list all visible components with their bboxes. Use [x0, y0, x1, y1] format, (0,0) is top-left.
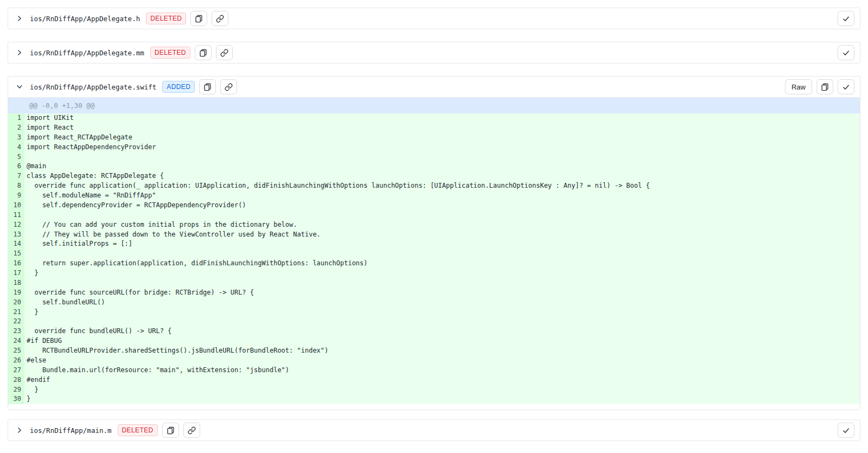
check-icon: [842, 49, 850, 57]
file-header[interactable]: ios/RnDiffApp/AppDelegate.mm DELETED: [8, 42, 860, 63]
line-code: #else: [24, 356, 860, 366]
line-code: #if DEBUG: [24, 336, 860, 346]
file-header[interactable]: ios/RnDiffApp/AppDelegate.swift ADDED Ra…: [8, 76, 860, 97]
diff-line: 20 self.bundleURL(): [8, 298, 860, 308]
line-number: 13: [8, 230, 24, 240]
file-header[interactable]: ios/RnDiffApp/AppDelegate.h DELETED: [8, 8, 860, 29]
line-number: 1: [8, 113, 24, 123]
line-code: override func sourceURL(for bridge: RCTB…: [24, 288, 860, 298]
diff-line: 6@main: [8, 162, 860, 171]
status-badge: DELETED: [146, 12, 186, 24]
hunk-header: @@ -0,0 +1,30 @@: [8, 98, 860, 113]
line-code: import ReactAppDependencyProvider: [24, 143, 860, 152]
copy-file-button[interactable]: [816, 79, 833, 94]
line-number: 19: [8, 288, 24, 298]
diff-line: 15: [8, 249, 860, 259]
line-number: 23: [8, 327, 24, 336]
line-number: 2: [8, 123, 24, 133]
file-path: ios/RnDiffApp/AppDelegate.swift: [30, 83, 156, 91]
line-code: }: [24, 269, 860, 278]
chevron-down-icon[interactable]: [15, 82, 24, 91]
diff-line: 22: [8, 317, 860, 327]
line-code: import React_RCTAppDelegate: [24, 133, 860, 143]
line-code: @main: [24, 162, 860, 171]
line-number: 7: [8, 171, 24, 181]
raw-button[interactable]: Raw: [785, 79, 812, 94]
line-number: 3: [8, 133, 24, 143]
line-number: 12: [8, 220, 24, 230]
copy-icon: [199, 49, 207, 57]
chevron-right-icon[interactable]: [15, 48, 24, 57]
line-number: 18: [8, 278, 24, 288]
link-icon: [220, 49, 228, 57]
line-number: 22: [8, 317, 24, 327]
file-card: ios/RnDiffApp/AppDelegate.mm DELETED: [8, 42, 860, 63]
line-number: 11: [8, 210, 24, 220]
mark-done-button[interactable]: [838, 79, 854, 94]
diff-code: 1import UIKit2import React3import React_…: [8, 113, 860, 410]
line-code: }: [24, 394, 860, 404]
diff-line: 19 override func sourceURL(for bridge: R…: [8, 288, 860, 298]
line-number: 10: [8, 201, 24, 210]
line-number: 20: [8, 298, 24, 308]
line-code: override func application(_ application:…: [24, 181, 860, 191]
diff-line: 26#else: [8, 356, 860, 366]
line-number: 24: [8, 336, 24, 346]
chevron-right-icon[interactable]: [15, 14, 24, 23]
diff-line: 5: [8, 152, 860, 162]
copy-path-button[interactable]: [190, 11, 207, 26]
line-number: 5: [8, 152, 24, 162]
line-code: override func bundleURL() -> URL? {: [24, 327, 860, 336]
diff-line: 4import ReactAppDependencyProvider: [8, 143, 860, 152]
line-number: 14: [8, 239, 24, 249]
file-card: ios/RnDiffApp/main.m DELETED: [8, 419, 860, 441]
line-code: self.moduleName = "RnDiffApp": [24, 191, 860, 201]
line-code: class AppDelegate: RCTAppDelegate {: [24, 171, 860, 181]
copy-icon: [195, 15, 203, 23]
line-code: }: [24, 385, 860, 395]
copy-path-button[interactable]: [162, 423, 179, 438]
link-button[interactable]: [216, 45, 233, 60]
diff-body: @@ -0,0 +1,30 @@ 1import UIKit2import Re…: [8, 97, 860, 410]
check-icon: [842, 426, 850, 435]
link-button[interactable]: [220, 79, 237, 94]
status-badge: DELETED: [150, 47, 190, 59]
diff-line: 3import React_RCTAppDelegate: [8, 133, 860, 143]
line-code: return super.application(application, di…: [24, 259, 860, 269]
diff-line: 16 return super.application(application,…: [8, 259, 860, 269]
diff-line: 28#endif: [8, 375, 860, 385]
diff-line: 7class AppDelegate: RCTAppDelegate {: [8, 171, 860, 181]
file-path: ios/RnDiffApp/AppDelegate.mm: [30, 49, 144, 57]
link-button[interactable]: [183, 423, 200, 438]
line-number: 16: [8, 259, 24, 269]
check-icon: [842, 83, 850, 91]
mark-done-button[interactable]: [838, 11, 854, 26]
diff-line: 17 }: [8, 269, 860, 278]
copy-path-button[interactable]: [199, 79, 216, 94]
mark-done-button[interactable]: [838, 45, 854, 60]
diff-line: 11: [8, 210, 860, 220]
copy-path-button[interactable]: [195, 45, 212, 60]
diff-line: 27 Bundle.main.url(forResource: "main", …: [8, 366, 860, 375]
line-number: 30: [8, 394, 24, 404]
file-header[interactable]: ios/RnDiffApp/main.m DELETED: [8, 420, 860, 441]
line-number: 17: [8, 269, 24, 278]
line-code: import React: [24, 123, 860, 133]
line-code: // You can add your custom initial props…: [24, 220, 860, 230]
chevron-right-icon[interactable]: [15, 426, 24, 435]
diff-page: ios/RnDiffApp/AppDelegate.h DELETED: [0, 0, 868, 441]
line-number: 28: [8, 375, 24, 385]
line-number: 29: [8, 385, 24, 395]
copy-icon: [167, 426, 175, 435]
file-card: ios/RnDiffApp/AppDelegate.h DELETED: [8, 8, 860, 29]
copy-icon: [821, 83, 829, 91]
diff-line: 30}: [8, 394, 860, 404]
line-number: 25: [8, 346, 24, 356]
diff-line: 10 self.dependencyProvider = RCTAppDepen…: [8, 201, 860, 210]
diff-line: 9 self.moduleName = "RnDiffApp": [8, 191, 860, 201]
mark-done-button[interactable]: [838, 423, 854, 438]
link-button[interactable]: [212, 11, 228, 26]
line-number: 9: [8, 191, 24, 201]
line-code: import UIKit: [24, 113, 860, 123]
diff-line: 1import UIKit: [8, 113, 860, 123]
